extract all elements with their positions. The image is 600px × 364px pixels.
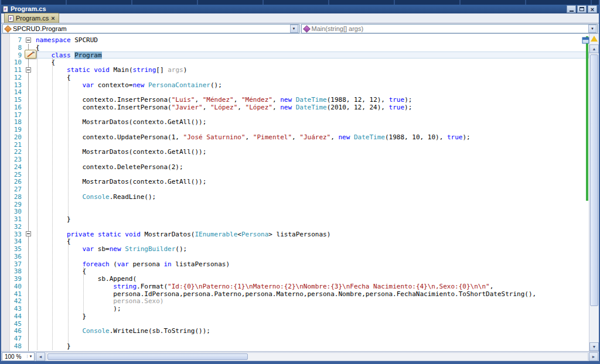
- horizontal-scroll-track[interactable]: [46, 352, 588, 361]
- code-token: true: [389, 96, 405, 104]
- code-token: contexto.DeletePersona(2);: [82, 163, 183, 171]
- code-token: contexto.InsertPersona(: [82, 96, 171, 104]
- code-line: [33, 335, 589, 342]
- code-token: (: [110, 260, 117, 268]
- code-line: contexto.UpdatePersona(1, "José Saturnin…: [33, 133, 589, 141]
- line-number: 40: [10, 283, 24, 290]
- code-token: var: [82, 81, 94, 89]
- outline-line: [28, 44, 29, 351]
- code-line: {: [33, 44, 589, 51]
- horizontal-scroll-thumb[interactable]: [47, 353, 248, 360]
- collapse-box-icon[interactable]: [26, 37, 31, 43]
- tab-document-icon: [8, 15, 13, 22]
- code-token: void: [94, 66, 110, 74]
- code-line: [33, 320, 589, 328]
- scroll-right-icon[interactable]: ►: [589, 352, 598, 361]
- line-number: 11: [10, 66, 24, 74]
- outlining-margin[interactable]: [24, 34, 33, 351]
- minimize-button[interactable]: [567, 5, 576, 13]
- code-token: .Format(: [137, 283, 168, 290]
- line-number: 26: [10, 178, 24, 186]
- code-token: ,: [292, 133, 299, 141]
- line-number: 39: [10, 275, 24, 283]
- line-number: 9: [10, 51, 24, 59]
- code-token: ,: [203, 104, 210, 111]
- code-token: void: [125, 231, 141, 238]
- vertical-scroll-track[interactable]: [589, 53, 599, 342]
- line-number: 13: [10, 81, 24, 89]
- breakpoint-margin[interactable]: [1, 34, 10, 351]
- method-icon: [303, 25, 311, 33]
- split-window-icon[interactable]: [582, 36, 589, 46]
- tab-program-cs[interactable]: Program.cs ×: [4, 13, 59, 23]
- line-number: 43: [10, 305, 24, 313]
- code-line: {: [33, 238, 589, 245]
- code-line: [33, 253, 589, 260]
- minimize-icon: [570, 11, 574, 12]
- code-line: [33, 156, 589, 163]
- code-token: "López": [246, 104, 272, 111]
- collapse-box-icon[interactable]: [26, 231, 31, 236]
- line-number: 14: [10, 88, 24, 96]
- type-dropdown[interactable]: SPCRUD.Program ▼: [2, 24, 299, 33]
- code-token: [94, 231, 98, 238]
- vertical-scroll-thumb[interactable]: [590, 54, 598, 306]
- line-number: 23: [10, 156, 24, 163]
- code-token: persona.Sexo): [113, 297, 163, 305]
- window-title: Program.cs: [11, 5, 46, 13]
- code-token: MostrarDatos(contexto.GetAll());: [82, 178, 206, 186]
- line-number: 33: [10, 231, 24, 238]
- member-dropdown[interactable]: Main(string[] args) ▼: [301, 24, 598, 33]
- code-token: {: [82, 267, 86, 275]
- code-line: var sb=new StringBuilder();: [33, 245, 589, 253]
- code-line: }: [33, 215, 589, 223]
- code-token: contexto=: [94, 81, 132, 89]
- code-token: "José Saturnino": [183, 133, 246, 141]
- code-token: ,: [195, 96, 202, 104]
- code-token: sb=: [94, 245, 110, 253]
- scroll-left-icon[interactable]: ◄: [36, 352, 45, 361]
- code-line: sb.Append(: [33, 275, 589, 283]
- code-token: (1988, 12, 12),: [327, 96, 389, 104]
- vs-document-window: Program.cs × Program.cs × SPCRUD.Program…: [0, 0, 600, 364]
- code-token: Main(: [110, 66, 133, 74]
- collapse-box-icon[interactable]: [26, 67, 31, 73]
- code-token: ,: [490, 283, 494, 290]
- code-token: StringBuilder: [125, 245, 175, 253]
- zoom-dropdown[interactable]: 100 % ▼: [2, 352, 35, 361]
- line-number: 34: [10, 238, 24, 245]
- line-number: 47: [10, 335, 24, 342]
- code-token: MostrarDatos(contexto.GetAll());: [82, 118, 206, 126]
- code-token: [350, 133, 354, 141]
- code-area[interactable]: namespace SPCRUD{class Program{static vo…: [33, 34, 589, 351]
- code-line: }: [33, 313, 589, 320]
- vertical-scrollbar[interactable]: ▲ ▼: [589, 34, 599, 351]
- scroll-down-icon[interactable]: ▼: [589, 342, 599, 351]
- line-number: 37: [10, 260, 24, 268]
- cropped-top-strip: [1, 0, 599, 5]
- code-token: Console: [82, 327, 109, 335]
- code-editor[interactable]: 7891011121314151617181920212223242526272…: [1, 34, 599, 351]
- code-line: }: [33, 342, 589, 350]
- tab-close-icon[interactable]: ×: [51, 15, 54, 21]
- chevron-down-icon[interactable]: ▼: [290, 25, 298, 33]
- close-button[interactable]: ×: [588, 5, 597, 13]
- code-token: "Luis": [172, 96, 195, 104]
- code-token: persona.IdPersona,persona.Paterno,person…: [113, 290, 536, 298]
- line-number: 32: [10, 223, 24, 231]
- editor-bottom-bar: 100 % ▼ ◄ ►: [1, 351, 599, 361]
- code-line: {: [33, 59, 589, 66]
- chevron-down-icon[interactable]: ▼: [588, 25, 596, 33]
- code-line: string.Format("Id:{0}\nPaterno:{1}\nMate…: [33, 283, 589, 290]
- chevron-down-icon[interactable]: ▼: [27, 355, 34, 358]
- code-token: }: [82, 313, 86, 320]
- code-token: "Id:{0}\nPaterno:{1}\nMaterno:{2}\nNombr…: [168, 283, 490, 290]
- smart-tag-icon[interactable]: [25, 50, 36, 59]
- restore-button[interactable]: [577, 5, 587, 13]
- code-token: "Javier": [172, 104, 203, 111]
- document-icon: [3, 6, 8, 12]
- line-number: 41: [10, 290, 24, 298]
- code-line: [33, 141, 589, 149]
- code-token: var: [82, 245, 94, 253]
- warning-icon[interactable]: [591, 36, 598, 42]
